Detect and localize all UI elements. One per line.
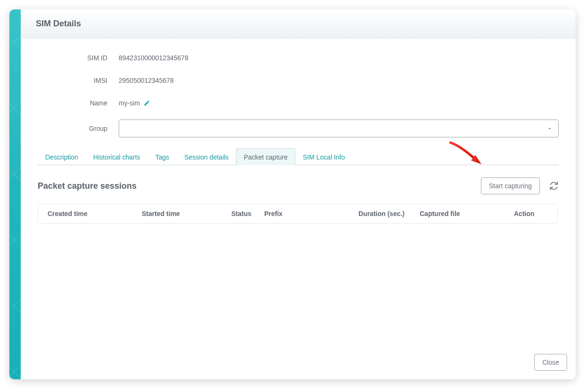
col-prefix: Prefix [264, 210, 358, 217]
panel-title-bar: SIM Details [21, 9, 576, 39]
start-capturing-button[interactable]: Start capturing [481, 177, 540, 194]
col-captured-file: Captured file [420, 210, 514, 217]
field-group: Group [38, 120, 559, 137]
sessions-table: Created time Started time Status Prefix … [38, 204, 558, 224]
label-imsi: IMSI [38, 77, 119, 84]
panel-footer: Close [534, 354, 567, 371]
field-imsi: IMSI 295050012345678 [38, 74, 559, 87]
value-sim-id: 8942310000012345678 [119, 54, 559, 62]
tab-description[interactable]: Description [38, 148, 86, 165]
tab-tags[interactable]: Tags [148, 148, 177, 165]
close-button[interactable]: Close [534, 354, 567, 371]
section-bar: Packet capture sessions Start capturing [38, 177, 559, 194]
col-duration: Duration (sec.) [358, 210, 420, 217]
edit-name-icon[interactable] [144, 100, 150, 106]
caret-down-icon [547, 126, 552, 131]
label-sim-id: SIM ID [38, 54, 119, 62]
value-name: my-sim [119, 99, 140, 107]
col-status: Status [231, 210, 264, 217]
label-group: Group [38, 125, 119, 132]
panel-content: SIM Details SIM ID 8942310000012345678 I… [21, 9, 576, 379]
section-title: Packet capture sessions [38, 181, 481, 191]
table-header-row: Created time Started time Status Prefix … [38, 204, 557, 223]
side-decoration [9, 9, 21, 379]
tab-sim-local-info[interactable]: SIM Local Info [295, 148, 353, 165]
field-sim-id: SIM ID 8942310000012345678 [38, 52, 559, 64]
panel-title: SIM Details [36, 19, 81, 29]
tabs: Description Historical charts Tags Sessi… [38, 148, 559, 165]
tab-session-details[interactable]: Session details [177, 148, 236, 165]
tab-historical-charts[interactable]: Historical charts [86, 148, 148, 165]
panel-body: SIM ID 8942310000012345678 IMSI 29505001… [21, 39, 576, 379]
refresh-button[interactable] [549, 181, 559, 191]
label-name: Name [38, 99, 119, 107]
col-started-time: Started time [142, 210, 231, 217]
group-select[interactable] [119, 120, 559, 137]
modal-panel: SIM Details SIM ID 8942310000012345678 I… [9, 9, 576, 379]
field-name: Name my-sim [38, 97, 559, 109]
col-created-time: Created time [48, 210, 142, 217]
tab-packet-capture[interactable]: Packet capture [236, 148, 295, 165]
col-action: Action [514, 210, 548, 217]
value-imsi: 295050012345678 [119, 77, 559, 84]
